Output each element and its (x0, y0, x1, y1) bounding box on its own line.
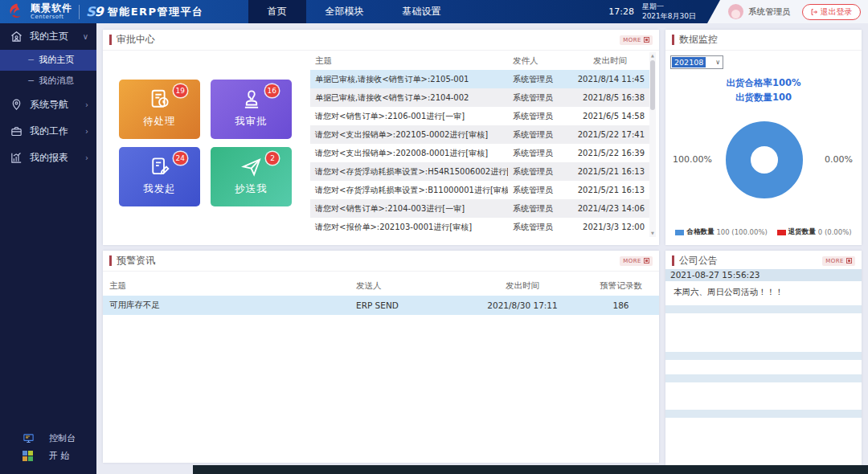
sidebar-item-label: 我的主页 (30, 30, 68, 43)
approval-table: 主题 发件人 发出时间 单据已审核,请接收<销售订单>:2105-001系统管理… (310, 52, 651, 236)
scroll-up-icon[interactable]: ▲ (649, 52, 656, 59)
approval-table-header: 主题 发件人 发出时间 (310, 52, 651, 70)
sidebar-item-my-home[interactable]: 我的主页 ∨ (0, 23, 96, 50)
table-row[interactable]: 请您对<报价单>:202103-0001进行[审核]系统管理员2021/3/3 … (310, 218, 651, 236)
chart-label-right: 0.00% (825, 154, 853, 165)
sidebar-item-my-work[interactable]: 我的工作 › (0, 118, 96, 145)
report-chart-icon (10, 151, 23, 165)
legend-swatch-red (777, 230, 786, 235)
logout-button[interactable]: 退出登录 (802, 4, 861, 20)
s9-logo: S9 (86, 4, 103, 19)
pass-rate-text: 出货合格率100% (665, 76, 862, 91)
user-section: 系统管理员 退出登录 (707, 0, 868, 23)
sidebar: 我的主页 ∨ −我的主页 −我的消息 系统导航 › 我的工作 › 我的报表 › … (0, 23, 96, 474)
tile-cc-to-me[interactable]: 抄送我 2 (211, 147, 292, 206)
tile-my-approvals[interactable]: 我审批 16 (211, 80, 292, 139)
alerts-more-button[interactable]: MORE (620, 256, 653, 266)
console-monitor-icon (23, 432, 35, 444)
empty-announcement-strip (665, 410, 862, 418)
monitor-stats: 出货合格率100% 出货数量100 (665, 76, 862, 105)
panel-title: 数据监控 (679, 33, 718, 47)
sidebar-subitem-my-messages[interactable]: −我的消息 (0, 71, 96, 92)
table-row[interactable]: 请您对<存货浮动耗损率设置>:B11000001进行[审核]系统管理员2021/… (310, 181, 651, 199)
top-nav: 首页 全部模块 基础设置 (248, 0, 461, 23)
empty-announcement-strip (665, 352, 862, 360)
panel-title: 审批中心 (117, 33, 155, 47)
scrollbar-thumb[interactable] (650, 60, 655, 110)
chevron-down-icon: ∨ (83, 32, 88, 41)
logo-cn-text: 顺景软件 (31, 3, 72, 13)
chevron-right-icon: › (85, 153, 88, 162)
table-row[interactable]: 请您对<支出报销单>:202105-0002进行[审核]系统管理员2021/5/… (310, 125, 651, 144)
logo-en-text: Centersoft (31, 14, 72, 20)
table-row[interactable]: 请您对<销售订单>:2106-001进行[一审]系统管理员2021/6/5 14… (310, 107, 651, 125)
user-avatar[interactable] (728, 4, 743, 19)
start-icon (23, 451, 33, 461)
tile-pending[interactable]: 待处理 19 (119, 80, 200, 139)
badge-count: 2 (266, 152, 279, 165)
user-name: 系统管理员 (748, 6, 791, 18)
sidebar-bottom: 控制台 开 始 (0, 429, 96, 464)
alerts-table-header: 主题 发送人 发出时间 预警记录数 (103, 276, 659, 296)
top-bar: 顺景软件 Centersoft S9 智能ERP管理平台 首页 全部模块 基础设… (0, 0, 868, 23)
approval-panel-header: 审批中心 MORE (103, 30, 659, 51)
more-icon (644, 258, 649, 264)
alerts-panel: 预警资讯 MORE 主题 发送人 发出时间 预警记录数 可用库存不足 ERP S… (103, 251, 659, 463)
paper-plane-icon (240, 155, 264, 179)
chevron-right-icon: › (85, 100, 88, 109)
date-display: 星期一 2021年8月30日 (642, 2, 696, 21)
bottom-taskbar-strip: ••• (193, 465, 868, 474)
badge-count: 16 (265, 84, 279, 97)
empty-announcement-strip (665, 374, 862, 382)
table-row[interactable]: 单据已审核,请接收<销售订单>:2104-002系统管理员2021/8/5 16… (310, 88, 651, 107)
table-row[interactable]: 请您对<存货浮动耗损率设置>:H54R15006002进行[审核]系统管理员20… (310, 162, 651, 181)
accent-bar (109, 255, 112, 266)
accent-bar (672, 35, 674, 45)
table-row[interactable]: 请您对<支出报销单>:202008-0001进行[审核]系统管理员2021/5/… (310, 144, 651, 162)
period-select[interactable]: 202108 ∨ (670, 55, 723, 69)
accent-bar (109, 35, 112, 45)
product-name: 智能ERP管理平台 (108, 5, 204, 19)
clock: 17:28 (608, 6, 634, 17)
tab-basic-settings[interactable]: 基础设置 (383, 0, 461, 23)
sidebar-item-label: 系统导航 (30, 98, 68, 112)
data-monitor-panel: 数据监控 202108 ∨ 出货合格率100% 出货数量100 100.00% … (665, 30, 862, 245)
scroll-down-icon[interactable]: ▼ (649, 230, 656, 237)
topbar-right: 17:28 星期一 2021年8月30日 系统管理员 退出登录 (608, 0, 868, 23)
announcement-timestamp[interactable]: 2021-08-27 15:56:23 (665, 269, 862, 281)
period-value: 202108 (672, 57, 706, 67)
swirl-logo-icon (6, 2, 26, 22)
table-row[interactable]: 请您对<销售订单>:2104-003进行[一审]系统管理员2021/4/23 1… (310, 199, 651, 218)
pending-doc-icon (148, 88, 172, 112)
date-text: 2021年8月30日 (642, 12, 696, 21)
panel-title: 预警资讯 (117, 254, 155, 268)
chevron-down-icon: ∨ (715, 59, 720, 66)
badge-count: 24 (174, 152, 187, 165)
chevron-right-icon: › (85, 127, 88, 136)
company-logo: 顺景软件 Centersoft (0, 2, 72, 22)
alert-row[interactable]: 可用库存不足 ERP SEND 2021/8/30 17:11 186 (103, 296, 659, 315)
more-icon (644, 37, 649, 43)
more-icon (846, 258, 852, 264)
table-row[interactable]: 单据已审核,请接收<销售订单>:2105-001系统管理员2021/8/14 1… (310, 70, 651, 88)
sidebar-item-system-nav[interactable]: 系统导航 › (0, 92, 96, 118)
tile-label: 待处理 (119, 115, 200, 129)
badge-count: 19 (174, 84, 187, 97)
sidebar-subitem-my-home[interactable]: −我的主页 (0, 50, 96, 71)
announcement-text: 本周六、周日公司活动！！！ (665, 281, 862, 304)
alerts-panel-header: 预警资讯 MORE (103, 251, 659, 272)
tile-label: 我发起 (119, 182, 200, 196)
start-button[interactable]: 开 始 (0, 447, 96, 464)
ship-qty-text: 出货数量100 (665, 91, 862, 105)
approval-tiles: 待处理 19 我审批 16 我发起 24 (119, 80, 293, 206)
announcements-more-button[interactable]: MORE (822, 256, 855, 266)
tile-initiated-by-me[interactable]: 我发起 24 (119, 147, 200, 206)
console-button[interactable]: 控制台 (0, 429, 96, 447)
tab-home[interactable]: 首页 (248, 0, 306, 23)
approval-more-button[interactable]: MORE (620, 35, 653, 45)
panel-title: 公司公告 (679, 254, 718, 268)
main-area: 审批中心 MORE 待处理 19 我审批 16 (96, 23, 868, 474)
sidebar-item-my-reports[interactable]: 我的报表 › (0, 145, 96, 171)
table-scrollbar[interactable]: ▲ ▼ (649, 52, 656, 237)
tab-all-modules[interactable]: 全部模块 (306, 0, 383, 23)
